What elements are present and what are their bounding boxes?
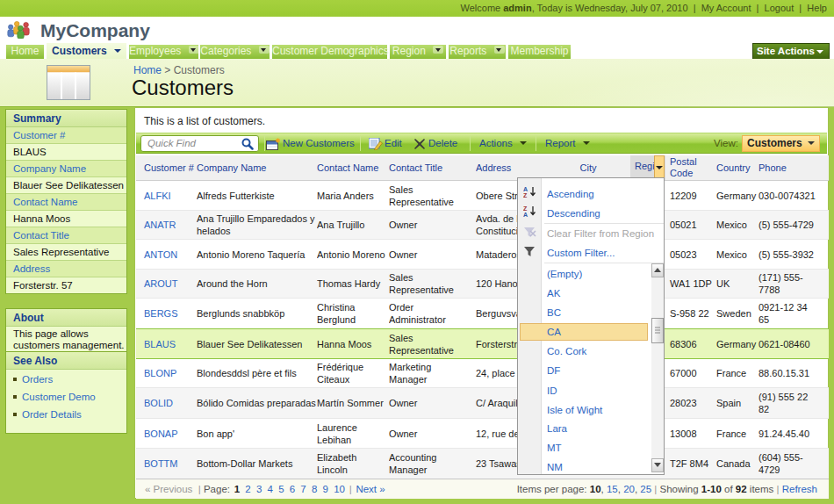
svg-text:A: A — [523, 212, 528, 218]
svg-text:A: A — [523, 186, 528, 192]
svg-text:Z: Z — [523, 192, 528, 198]
svg-text:Z: Z — [523, 205, 528, 212]
